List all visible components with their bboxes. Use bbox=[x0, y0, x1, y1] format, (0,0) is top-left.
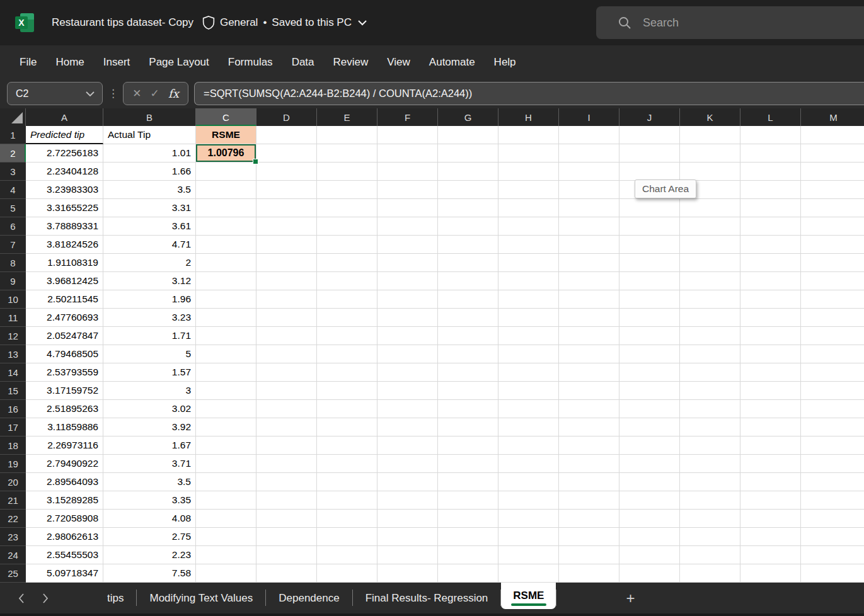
cell-f18[interactable] bbox=[377, 436, 438, 455]
sheet-tab-final-results-regression[interactable]: Final Results- Regression bbox=[353, 583, 501, 613]
cell-l3[interactable] bbox=[740, 163, 801, 181]
cell-b18[interactable]: 1.67 bbox=[103, 436, 196, 455]
cell-a3[interactable]: 2.23404128 bbox=[26, 163, 103, 181]
cell-g23[interactable] bbox=[438, 528, 498, 546]
cell-m9[interactable] bbox=[801, 272, 864, 290]
cell-i25[interactable] bbox=[559, 564, 619, 583]
cell-b15[interactable]: 3 bbox=[103, 382, 196, 400]
cell-j12[interactable] bbox=[619, 327, 680, 345]
cell-h4[interactable] bbox=[498, 181, 559, 199]
row-header-4[interactable]: 4 bbox=[0, 181, 26, 199]
cell-b19[interactable]: 3.71 bbox=[103, 455, 196, 473]
column-header-m[interactable]: M bbox=[801, 108, 864, 126]
cell-g9[interactable] bbox=[438, 272, 498, 290]
cell-c13[interactable] bbox=[196, 345, 256, 363]
cell-h15[interactable] bbox=[498, 382, 559, 400]
cell-m11[interactable] bbox=[801, 309, 864, 327]
cell-j6[interactable] bbox=[619, 217, 680, 236]
cell-f10[interactable] bbox=[377, 290, 438, 309]
cell-h3[interactable] bbox=[498, 163, 559, 181]
cell-g15[interactable] bbox=[438, 382, 498, 400]
cell-e13[interactable] bbox=[317, 345, 377, 363]
cell-a19[interactable]: 2.79490922 bbox=[26, 455, 103, 473]
cell-g21[interactable] bbox=[438, 491, 498, 510]
cell-l17[interactable] bbox=[740, 418, 801, 436]
cell-i7[interactable] bbox=[559, 236, 619, 254]
row-header-23[interactable]: 23 bbox=[0, 528, 26, 546]
cell-m8[interactable] bbox=[801, 254, 864, 272]
cell-l9[interactable] bbox=[740, 272, 801, 290]
previous-sheet-icon[interactable] bbox=[18, 593, 25, 604]
cell-l23[interactable] bbox=[740, 528, 801, 546]
cell-m17[interactable] bbox=[801, 418, 864, 436]
cell-d14[interactable] bbox=[256, 363, 317, 382]
cell-k20[interactable] bbox=[680, 473, 740, 491]
column-header-f[interactable]: F bbox=[377, 108, 438, 126]
cell-h19[interactable] bbox=[498, 455, 559, 473]
row-header-18[interactable]: 18 bbox=[0, 436, 26, 455]
cell-k5[interactable] bbox=[680, 199, 740, 217]
cell-k2[interactable] bbox=[680, 144, 740, 163]
cell-j16[interactable] bbox=[619, 400, 680, 418]
cell-m16[interactable] bbox=[801, 400, 864, 418]
cell-k21[interactable] bbox=[680, 491, 740, 510]
cell-l16[interactable] bbox=[740, 400, 801, 418]
cell-b24[interactable]: 2.23 bbox=[103, 546, 196, 564]
cell-j13[interactable] bbox=[619, 345, 680, 363]
cell-k19[interactable] bbox=[680, 455, 740, 473]
cell-k12[interactable] bbox=[680, 327, 740, 345]
cell-d2[interactable] bbox=[256, 144, 317, 163]
cell-l18[interactable] bbox=[740, 436, 801, 455]
cell-f23[interactable] bbox=[377, 528, 438, 546]
cell-i3[interactable] bbox=[559, 163, 619, 181]
sensitivity-label[interactable]: General • Saved to this PC bbox=[202, 16, 367, 30]
cell-e20[interactable] bbox=[317, 473, 377, 491]
cell-g16[interactable] bbox=[438, 400, 498, 418]
cell-j25[interactable] bbox=[619, 564, 680, 583]
cell-a16[interactable]: 2.51895263 bbox=[26, 400, 103, 418]
cell-m13[interactable] bbox=[801, 345, 864, 363]
cell-g6[interactable] bbox=[438, 217, 498, 236]
cell-c17[interactable] bbox=[196, 418, 256, 436]
cell-a5[interactable]: 3.31655225 bbox=[26, 199, 103, 217]
add-sheet-button[interactable]: + bbox=[617, 583, 643, 613]
ribbon-tab-page-layout[interactable]: Page Layout bbox=[139, 45, 218, 79]
cell-k22[interactable] bbox=[680, 510, 740, 528]
cell-m2[interactable] bbox=[801, 144, 864, 163]
cell-h24[interactable] bbox=[498, 546, 559, 564]
cell-b1[interactable]: Actual Tip bbox=[103, 126, 196, 144]
cell-h12[interactable] bbox=[498, 327, 559, 345]
cell-e15[interactable] bbox=[317, 382, 377, 400]
cell-m14[interactable] bbox=[801, 363, 864, 382]
sheet-tab-rsme[interactable]: RSME bbox=[501, 583, 556, 609]
cell-e4[interactable] bbox=[317, 181, 377, 199]
cell-l22[interactable] bbox=[740, 510, 801, 528]
cell-m15[interactable] bbox=[801, 382, 864, 400]
cell-f4[interactable] bbox=[377, 181, 438, 199]
cell-c22[interactable] bbox=[196, 510, 256, 528]
cell-b22[interactable]: 4.08 bbox=[103, 510, 196, 528]
cell-i8[interactable] bbox=[559, 254, 619, 272]
cell-l11[interactable] bbox=[740, 309, 801, 327]
cell-h10[interactable] bbox=[498, 290, 559, 309]
cell-d25[interactable] bbox=[256, 564, 317, 583]
cell-e18[interactable] bbox=[317, 436, 377, 455]
cell-i12[interactable] bbox=[559, 327, 619, 345]
cell-c3[interactable] bbox=[196, 163, 256, 181]
cell-k6[interactable] bbox=[680, 217, 740, 236]
cell-k23[interactable] bbox=[680, 528, 740, 546]
cell-e24[interactable] bbox=[317, 546, 377, 564]
cell-k11[interactable] bbox=[680, 309, 740, 327]
cell-h11[interactable] bbox=[498, 309, 559, 327]
cell-m21[interactable] bbox=[801, 491, 864, 510]
cell-f13[interactable] bbox=[377, 345, 438, 363]
cell-c7[interactable] bbox=[196, 236, 256, 254]
cell-d4[interactable] bbox=[256, 181, 317, 199]
row-header-8[interactable]: 8 bbox=[0, 254, 26, 272]
cell-h16[interactable] bbox=[498, 400, 559, 418]
cell-g2[interactable] bbox=[438, 144, 498, 163]
ribbon-tab-home[interactable]: Home bbox=[46, 45, 93, 79]
cell-m6[interactable] bbox=[801, 217, 864, 236]
cell-g14[interactable] bbox=[438, 363, 498, 382]
cell-d7[interactable] bbox=[256, 236, 317, 254]
